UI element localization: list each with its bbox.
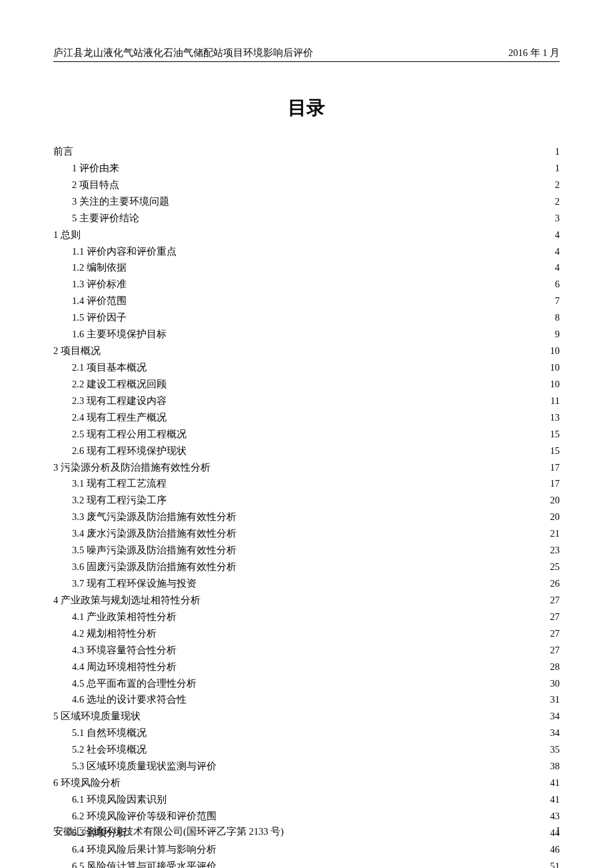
toc-entry-page: 6 [546,277,560,293]
toc-entry-page: 7 [546,293,560,309]
toc-entry: 5.2 社会环境概况35 [53,742,560,758]
toc-entry: 3.2 现有工程污染工序20 [53,493,560,509]
toc-entry-page: 27 [546,609,560,625]
toc-entry-label: 6 环境风险分析 [53,775,121,791]
toc-entry: 4.4 周边环境相符性分析28 [53,659,560,675]
table-of-contents: 前言11 评价由来12 项目特点23 关注的主要环境问题25 主要评价结论31 … [53,144,560,868]
toc-entry-page: 23 [546,543,560,559]
toc-entry-page: 2 [546,194,560,210]
toc-entry: 2.1 项目基本概况10 [53,360,560,376]
toc-entry-label: 5.3 区域环境质量现状监测与评价 [72,759,217,775]
toc-entry-page: 27 [546,643,560,659]
toc-entry-page: 34 [546,725,560,741]
toc-entry-label: 1.6 主要环境保护目标 [72,327,167,343]
toc-entry-label: 3.4 废水污染源及防治措施有效性分析 [72,526,237,542]
toc-entry: 1.1 评价内容和评价重点4 [53,244,560,260]
toc-entry: 6.5 风险值计算与可接受水平评价51 [53,859,560,868]
toc-entry-page: 27 [546,593,560,609]
toc-entry-label: 2 项目概况 [53,343,101,359]
toc-entry-label: 3.5 噪声污染源及防治措施有效性分析 [72,543,237,559]
toc-entry-label: 前言 [53,144,73,160]
toc-entry-page: 41 [546,775,560,791]
toc-entry: 2.6 现有工程环境保护现状15 [53,443,560,459]
toc-entry-label: 2.4 现有工程生产概况 [72,410,167,426]
toc-entry-label: 5.1 自然环境概况 [72,725,147,741]
toc-entry: 4.5 总平面布置的合理性分析30 [53,676,560,692]
toc-entry-page: 26 [546,576,560,592]
toc-entry-page: 10 [546,343,560,359]
toc-entry-page: 15 [546,427,560,443]
toc-entry: 6.4 环境风险后果计算与影响分析46 [53,842,560,858]
toc-entry-page: 20 [546,493,560,509]
toc-entry: 1.6 主要环境保护目标9 [53,327,560,343]
toc-entry: 3.6 固废污染源及防治措施有效性分析25 [53,559,560,575]
toc-entry: 1 评价由来1 [53,161,560,177]
toc-entry: 1.3 评价标准6 [53,277,560,293]
toc-entry-label: 4.2 规划相符性分析 [72,626,157,642]
toc-entry-label: 1.4 评价范围 [72,293,127,309]
toc-entry-page: 13 [546,410,560,426]
toc-entry-label: 2.5 现有工程公用工程概况 [72,427,187,443]
toc-entry-page: 38 [546,759,560,775]
toc-entry-page: 27 [546,626,560,642]
toc-entry: 6.2 环境风险评价等级和评价范围43 [53,809,560,825]
toc-entry-label: 6.1 环境风险因素识别 [72,792,167,808]
toc-entry: 4 产业政策与规划选址相符性分析27 [53,593,560,609]
toc-entry-label: 6.2 环境风险评价等级和评价范围 [72,809,217,825]
toc-entry: 1.2 编制依据4 [53,260,560,276]
toc-entry-page: 17 [546,460,560,476]
toc-entry-label: 1.2 编制依据 [72,260,127,276]
toc-entry: 前言1 [53,144,560,160]
toc-entry: 6.1 环境风险因素识别41 [53,792,560,808]
toc-entry-label: 5 区域环境质量现状 [53,709,141,725]
toc-entry-page: 15 [546,443,560,459]
toc-entry-page: 10 [546,377,560,393]
toc-entry-page: 9 [546,327,560,343]
toc-entry-page: 3 [546,211,560,227]
toc-entry: 4.1 产业政策相符性分析27 [53,609,560,625]
toc-entry-label: 3.1 现有工程工艺流程 [72,476,167,492]
toc-entry-page: 1 [546,144,560,160]
toc-entry: 3.4 废水污染源及防治措施有效性分析21 [53,526,560,542]
toc-entry-page: 20 [546,509,560,525]
toc-entry-label: 3 关注的主要环境问题 [72,194,169,210]
toc-entry-label: 6.4 环境风险后果计算与影响分析 [72,842,217,858]
toc-entry-page: 31 [546,692,560,708]
toc-entry: 2 项目特点2 [53,177,560,193]
toc-entry: 3.7 现有工程环保设施与投资26 [53,576,560,592]
toc-entry-page: 34 [546,709,560,725]
toc-entry-label: 5 主要评价结论 [72,211,139,227]
toc-entry-page: 21 [546,526,560,542]
toc-entry-label: 1 评价由来 [72,161,119,177]
footer-right-text: I [556,825,560,838]
toc-entry-page: 43 [546,809,560,825]
toc-entry-page: 28 [546,659,560,675]
toc-entry-label: 2.2 建设工程概况回顾 [72,377,167,393]
toc-entry: 5 区域环境质量现状34 [53,709,560,725]
toc-entry-label: 3.2 现有工程污染工序 [72,493,167,509]
toc-entry-label: 1.1 评价内容和评价重点 [72,244,177,260]
toc-entry-label: 4.1 产业政策相符性分析 [72,609,177,625]
toc-entry-label: 6.5 风险值计算与可接受水平评价 [72,859,217,868]
toc-entry-label: 3.6 固废污染源及防治措施有效性分析 [72,559,237,575]
header-left-text: 庐江县龙山液化气站液化石油气储配站项目环境影响后评价 [53,47,313,59]
toc-entry: 5.3 区域环境质量现状监测与评价38 [53,759,560,775]
toc-entry: 1.4 评价范围7 [53,293,560,309]
toc-entry-page: 4 [546,260,560,276]
toc-entry-page: 35 [546,742,560,758]
toc-entry-page: 51 [546,859,560,868]
toc-entry-page: 46 [546,842,560,858]
toc-entry-label: 2.3 现有工程建设内容 [72,393,167,409]
toc-entry: 2 项目概况10 [53,343,560,359]
toc-entry-page: 1 [546,161,560,177]
toc-entry: 3 关注的主要环境问题2 [53,194,560,210]
toc-entry-label: 4 产业政策与规划选址相符性分析 [53,593,201,609]
toc-entry-label: 4.5 总平面布置的合理性分析 [72,676,197,692]
toc-entry-label: 4.4 周边环境相符性分析 [72,659,177,675]
toc-entry: 5 主要评价结论3 [53,211,560,227]
toc-entry-page: 30 [546,676,560,692]
toc-entry-label: 2 项目特点 [72,177,119,193]
toc-entry: 4.2 规划相符性分析27 [53,626,560,642]
toc-entry: 6 环境风险分析41 [53,775,560,791]
toc-entry: 1 总则4 [53,227,560,243]
